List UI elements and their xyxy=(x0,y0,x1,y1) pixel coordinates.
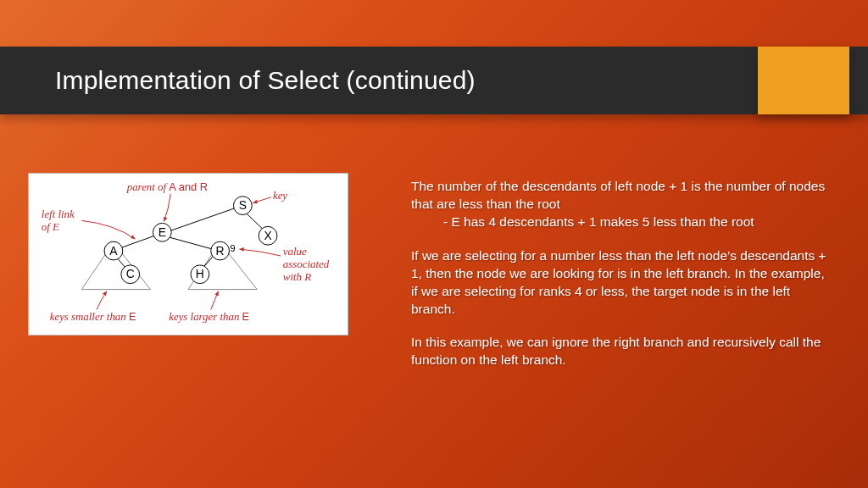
svg-line-0 xyxy=(170,208,235,231)
label-key: key xyxy=(273,190,287,202)
paragraph-2: If we are selecting for a number less th… xyxy=(411,247,826,319)
label-larger: keys larger than E xyxy=(169,310,249,323)
label-value-1: value xyxy=(283,246,307,258)
bst-diagram: S E X A R 9 C H parent of A and R key le… xyxy=(28,173,348,336)
node-r: R xyxy=(216,244,225,258)
value-nine: 9 xyxy=(230,243,235,253)
body-text: The number of the descendants of left no… xyxy=(411,178,826,385)
label-parent: parent of A and R xyxy=(126,180,208,193)
node-x: X xyxy=(264,229,271,242)
svg-line-2 xyxy=(122,236,155,247)
node-c: C xyxy=(126,267,135,280)
label-leftlink-2: of E xyxy=(42,221,59,233)
label-smaller: keys smaller than E xyxy=(50,310,136,323)
node-a: A xyxy=(109,244,118,258)
node-s: S xyxy=(239,198,247,212)
label-value-3: with R xyxy=(283,271,311,283)
slide: Implementation of Select (continued) S xyxy=(0,0,868,488)
paragraph-3: In this example, we can ignore the right… xyxy=(411,334,826,369)
accent-block xyxy=(758,47,849,114)
slide-title: Implementation of Select (continued) xyxy=(0,66,476,95)
label-value-2: associated xyxy=(283,258,330,270)
title-bar: Implementation of Select (continued) xyxy=(0,47,868,114)
svg-line-3 xyxy=(170,237,212,249)
node-e: E xyxy=(159,225,166,239)
label-leftlink-1: left link xyxy=(42,208,75,220)
node-h: H xyxy=(196,267,204,280)
paragraph-1: The number of the descendants of left no… xyxy=(411,178,826,231)
svg-line-1 xyxy=(246,214,264,230)
